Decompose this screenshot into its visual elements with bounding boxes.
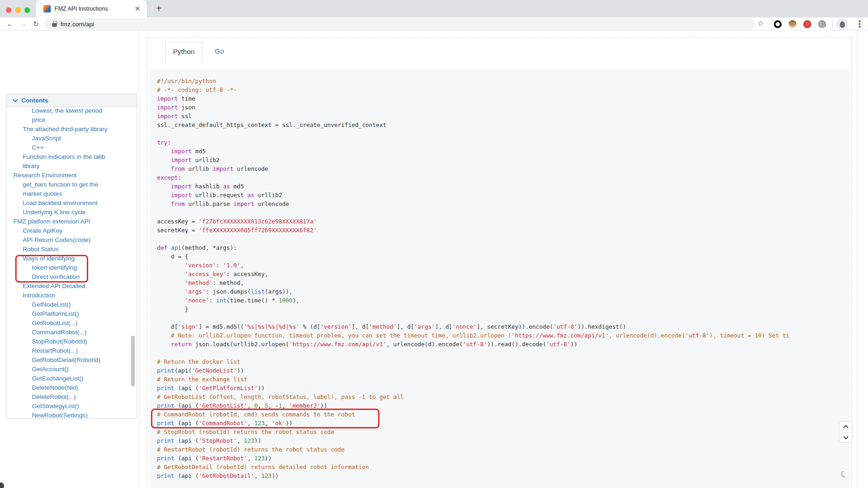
toc-item[interactable]: GetAccount()	[6, 365, 137, 374]
code-line: except:	[157, 173, 850, 182]
code-line: print (api ('RestartRobot', 123))	[157, 454, 850, 463]
minimize-window-button[interactable]	[15, 7, 21, 13]
toc-item[interactable]: RestartRobot(...)	[6, 346, 137, 355]
code-line: from urllib import urlencode	[157, 164, 850, 173]
code-line: # Note: urllib2.urlopen function, timeou…	[157, 331, 850, 340]
code-line: # Return the docker list	[157, 357, 850, 366]
toc-item[interactable]: The attached third-party library	[6, 125, 137, 134]
code-line: }	[157, 305, 850, 313]
toc-item[interactable]: GetRobotDetail(RobotId)	[6, 355, 137, 365]
back-icon[interactable]: ←	[5, 18, 16, 30]
toolbar-separator	[832, 19, 833, 29]
toc-item[interactable]: Introduction	[6, 291, 137, 300]
tab-strip: FMZ API Instructions ✕ +	[0, 0, 868, 18]
toc-item[interactable]: NewRobot(Settings)	[6, 411, 137, 419]
toc-item[interactable]: API Return Codes(code)	[6, 235, 137, 245]
toc-item[interactable]: library	[6, 162, 137, 171]
code-line: #!/usr/bin/python	[157, 77, 850, 85]
toc-item[interactable]: GetExchangeList()	[6, 374, 137, 383]
scroll-down-button[interactable]	[839, 432, 852, 443]
browser-tab[interactable]: FMZ API Instructions ✕	[36, 0, 147, 18]
toc-item[interactable]: GetPlatformList()	[6, 309, 137, 319]
code-line: # GetRobotList (offset, length, robotSta…	[157, 392, 850, 401]
contents-header[interactable]: Contents	[6, 94, 137, 107]
toc-item[interactable]: DeleteRobot(...)	[6, 392, 137, 402]
toc-item[interactable]: GetRobotList(...)	[6, 319, 137, 328]
code-line	[157, 129, 850, 138]
content-right-divider	[857, 30, 857, 488]
toc-item[interactable]: Lowest, the lowest period	[6, 107, 137, 115]
code-line: 'access_key': accessKey,	[157, 270, 850, 278]
extension-bear-icon[interactable]	[789, 20, 796, 28]
contents-title: Contents	[21, 97, 48, 104]
toc-item[interactable]: DeleteNode(Nid)	[6, 383, 137, 392]
code-line	[157, 208, 850, 217]
toc-item[interactable]: FMZ platform extension API	[6, 217, 137, 226]
page-content: Contents Lowest, the lowest periodpriceT…	[0, 30, 868, 488]
bookmark-star-icon[interactable]: ☆	[757, 19, 764, 28]
scroll-up-button[interactable]	[839, 422, 852, 432]
code-line: import hashlib as md5	[157, 182, 850, 191]
toc-item[interactable]: price	[6, 115, 137, 125]
maximize-window-button[interactable]	[24, 7, 30, 13]
forward-icon[interactable]: →	[18, 18, 29, 30]
code-line: # Return the exchange list	[157, 375, 850, 384]
code-line: import md5	[157, 147, 850, 156]
toc-item[interactable]: CommandRobot(...)	[6, 328, 137, 337]
profile-avatar[interactable]	[837, 18, 848, 30]
browser-menu-icon[interactable]	[855, 19, 864, 29]
code-line: print (api ('GetPlatformList'))	[157, 384, 850, 392]
page-scroll-buttons	[839, 421, 853, 443]
toc-item[interactable]: GetNodeList()	[6, 300, 137, 309]
code-line: # -*- coding: utf-8 -*-	[157, 85, 850, 94]
toc-item[interactable]: Research Environment	[6, 171, 137, 180]
code-line: # GetRobotDetail (robotId) returns detai…	[157, 463, 850, 471]
toc-item[interactable]: Robot Status	[6, 245, 137, 254]
toc-item[interactable]: GetStrategyList()	[6, 402, 137, 411]
code-line: return json.loads(urllib2.urlopen('https…	[157, 340, 850, 349]
code-line: def api(method, *args):	[157, 243, 850, 252]
code-line: try:	[157, 138, 850, 147]
code-line: print(api('GetNodeList'))	[157, 366, 850, 375]
corner-clipped-icon	[0, 482, 4, 488]
code-line: secretKey = 'ffeXXXXXXXX085ff7269XXXXXXX…	[157, 226, 850, 235]
sidebar-scrollbar-thumb[interactable]	[131, 336, 135, 386]
code-line: 'nonce': int(time.time() * 1000),	[157, 296, 850, 305]
code-line: 'version': '1.0',	[157, 261, 850, 270]
code-line: import urllib2	[157, 156, 850, 164]
reload-icon[interactable]: ↻	[30, 18, 42, 30]
address-bar[interactable]: fmz.com/api	[45, 18, 755, 30]
toc-item[interactable]: StopRobot(RobotId)	[6, 337, 137, 346]
fmz-favicon-icon	[43, 5, 51, 12]
toc-item[interactable]: Create ApiKey	[6, 226, 137, 235]
toc-item[interactable]: Load backtest environment	[6, 199, 137, 208]
toc-item[interactable]: Extended API Detailed	[6, 282, 137, 291]
url-text: fmz.com/api	[60, 21, 94, 28]
browser-toolbar: ← → ↻ fmz.com/api ☆	[0, 18, 868, 30]
code-line: import ssl	[157, 112, 850, 120]
lock-icon[interactable]	[52, 23, 57, 27]
toc-item[interactable]: Function indicators in the talib	[6, 152, 137, 162]
extension-red-button-icon[interactable]	[803, 20, 811, 28]
code-line: import time	[157, 94, 850, 103]
extension-ring-icon[interactable]	[774, 20, 782, 28]
tab-python[interactable]: Python	[165, 42, 202, 62]
code-line: d['sign'] = md5.md5(('%s|%s|%s|%d|%s' % …	[157, 322, 850, 331]
code-line: import urllib.request as urllib2	[157, 191, 850, 199]
toc-item[interactable]: Underlying K line cycle	[6, 208, 137, 217]
code-line: 'args': json.dumps(list(args)),	[157, 287, 850, 296]
toc-item[interactable]: JavaScript	[6, 134, 137, 143]
code-line: import json	[157, 103, 850, 112]
toc-item[interactable]: market quotes	[6, 189, 137, 199]
toc-item[interactable]: get_bars function to get the	[6, 180, 137, 189]
code-line: 'method': method,	[157, 278, 850, 287]
close-tab-icon[interactable]: ✕	[133, 5, 142, 13]
toc-item[interactable]: C++	[6, 143, 137, 152]
close-window-button[interactable]	[6, 7, 12, 13]
code-line	[157, 235, 850, 243]
alien-icon	[840, 21, 845, 28]
tab-title: FMZ API Instructions	[54, 6, 133, 12]
extension-cat-icon[interactable]	[818, 20, 826, 28]
new-tab-button[interactable]: +	[152, 2, 165, 15]
tab-go[interactable]: Go	[209, 42, 230, 62]
